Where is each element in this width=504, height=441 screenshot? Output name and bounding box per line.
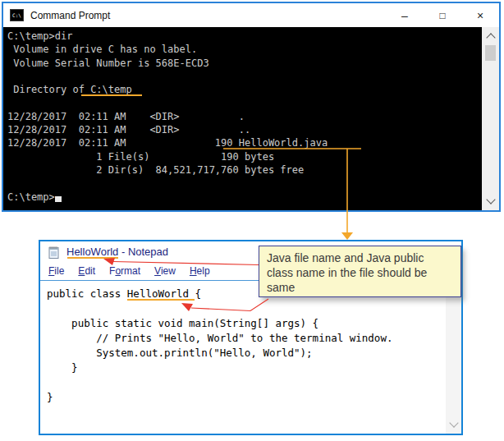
window-controls: – □ ×	[386, 3, 499, 27]
cmd-scrollbar[interactable]	[482, 27, 499, 210]
scroll-up-icon[interactable]	[486, 33, 495, 42]
menu-file[interactable]: File	[48, 265, 64, 277]
maximize-icon[interactable]: □	[424, 3, 461, 27]
console-area[interactable]: C:\temp>dir Volume in drive C has no lab…	[3, 27, 482, 210]
console-output: C:\temp>dir Volume in drive C has no lab…	[3, 27, 482, 204]
annotation-callout: Java file name and Java public class nam…	[259, 246, 461, 297]
close-icon[interactable]: ×	[461, 3, 499, 27]
scrollbar-thumb[interactable]	[485, 45, 496, 61]
window-title: HelloWorld - Notepad	[66, 246, 168, 258]
menu-view[interactable]: View	[154, 265, 176, 277]
highlight-underline-title	[67, 257, 118, 259]
highlight-underline-classname	[127, 299, 195, 301]
console-cursor	[55, 196, 62, 202]
command-prompt-window: C:\ Command Prompt – □ × C:\temp>dir Vol…	[2, 2, 501, 212]
notepad-textarea[interactable]: public class HelloWorld { public static …	[40, 280, 461, 434]
scroll-down-icon[interactable]	[486, 195, 495, 204]
callout-text: Java file name and Java public class nam…	[267, 251, 427, 294]
notepad-icon	[47, 246, 60, 259]
cmd-icon-text: C:\	[12, 13, 21, 18]
window-title: Command Prompt	[30, 10, 110, 21]
orange-arrowhead	[341, 232, 353, 240]
code-text: public class HelloWorld { public static …	[40, 281, 461, 405]
scroll-down-icon[interactable]	[449, 418, 458, 427]
menu-edit[interactable]: Edit	[78, 265, 95, 277]
page: C:\ Command Prompt – □ × C:\temp>dir Vol…	[0, 0, 504, 441]
cmd-icon: C:\	[10, 9, 24, 21]
notepad-scrollbar[interactable]	[446, 281, 461, 434]
cmd-titlebar[interactable]: C:\ Command Prompt – □ ×	[3, 3, 499, 27]
menu-format[interactable]: Format	[109, 265, 140, 277]
minimize-icon[interactable]: –	[386, 3, 424, 27]
highlight-underline-ctemp	[81, 94, 142, 96]
menu-help[interactable]: Help	[190, 265, 210, 277]
